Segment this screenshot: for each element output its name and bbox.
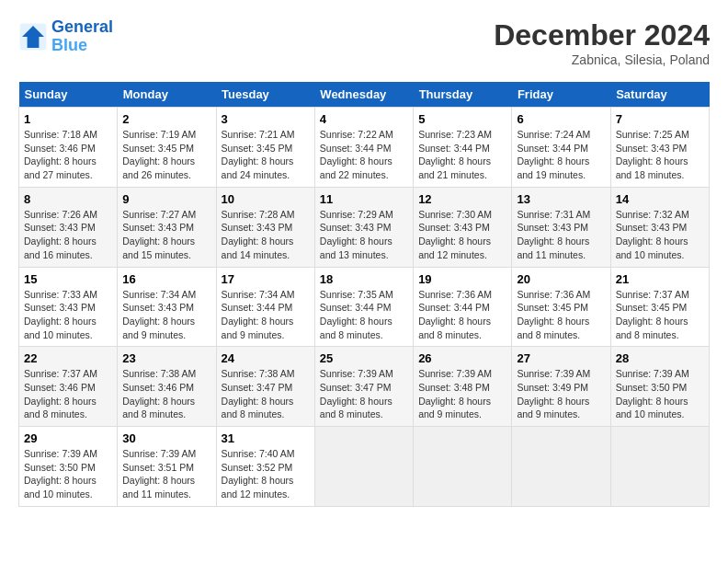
calendar-cell: 29 Sunrise: 7:39 AMSunset: 3:50 PMDaylig… <box>19 427 118 507</box>
calendar-cell: 31 Sunrise: 7:40 AMSunset: 3:52 PMDaylig… <box>216 427 314 507</box>
day-info: Sunrise: 7:18 AMSunset: 3:46 PMDaylight:… <box>24 128 112 182</box>
day-number: 20 <box>517 272 605 286</box>
calendar-cell: 23 Sunrise: 7:38 AMSunset: 3:46 PMDaylig… <box>118 347 216 427</box>
calendar-cell: 17 Sunrise: 7:34 AMSunset: 3:44 PMDaylig… <box>216 267 314 347</box>
day-number: 22 <box>24 351 112 365</box>
calendar-cell: 10 Sunrise: 7:28 AMSunset: 3:43 PMDaylig… <box>216 187 314 267</box>
day-number: 12 <box>418 192 506 206</box>
day-info: Sunrise: 7:36 AMSunset: 3:44 PMDaylight:… <box>418 288 506 342</box>
calendar-table: Sunday Monday Tuesday Wednesday Thursday… <box>18 82 710 507</box>
calendar-cell: 18 Sunrise: 7:35 AMSunset: 3:44 PMDaylig… <box>314 267 413 347</box>
day-number: 8 <box>24 192 112 206</box>
day-number: 13 <box>517 192 605 206</box>
calendar-cell: 9 Sunrise: 7:27 AMSunset: 3:43 PMDayligh… <box>118 187 216 267</box>
calendar-cell: 13 Sunrise: 7:31 AMSunset: 3:43 PMDaylig… <box>512 187 610 267</box>
col-saturday: Saturday <box>610 82 709 108</box>
day-number: 11 <box>320 192 408 206</box>
day-info: Sunrise: 7:33 AMSunset: 3:43 PMDaylight:… <box>24 288 112 342</box>
calendar-cell: 15 Sunrise: 7:33 AMSunset: 3:43 PMDaylig… <box>19 267 118 347</box>
day-info: Sunrise: 7:31 AMSunset: 3:43 PMDaylight:… <box>517 208 605 262</box>
day-info: Sunrise: 7:34 AMSunset: 3:43 PMDaylight:… <box>122 288 210 342</box>
day-number: 28 <box>616 351 704 365</box>
day-number: 10 <box>222 192 310 206</box>
day-number: 26 <box>418 351 506 365</box>
day-number: 16 <box>122 272 210 286</box>
calendar-cell: 11 Sunrise: 7:29 AMSunset: 3:43 PMDaylig… <box>314 187 413 267</box>
calendar-cell: 14 Sunrise: 7:32 AMSunset: 3:43 PMDaylig… <box>610 187 709 267</box>
calendar-cell: 5 Sunrise: 7:23 AMSunset: 3:44 PMDayligh… <box>414 108 512 188</box>
day-number: 23 <box>122 351 210 365</box>
day-number: 17 <box>222 272 310 286</box>
calendar-title: December 2024 <box>494 18 710 52</box>
calendar-cell: 22 Sunrise: 7:37 AMSunset: 3:46 PMDaylig… <box>19 347 118 427</box>
calendar-cell: 1 Sunrise: 7:18 AMSunset: 3:46 PMDayligh… <box>19 108 118 188</box>
day-info: Sunrise: 7:36 AMSunset: 3:45 PMDaylight:… <box>517 288 605 342</box>
day-info: Sunrise: 7:19 AMSunset: 3:45 PMDaylight:… <box>122 128 210 182</box>
calendar-cell: 20 Sunrise: 7:36 AMSunset: 3:45 PMDaylig… <box>512 267 610 347</box>
day-number: 29 <box>24 431 112 445</box>
calendar-cell: 2 Sunrise: 7:19 AMSunset: 3:45 PMDayligh… <box>118 108 216 188</box>
day-number: 24 <box>222 351 310 365</box>
day-info: Sunrise: 7:26 AMSunset: 3:43 PMDaylight:… <box>24 208 112 262</box>
day-info: Sunrise: 7:39 AMSunset: 3:50 PMDaylight:… <box>24 447 112 501</box>
col-monday: Monday <box>118 82 216 108</box>
calendar-cell: 3 Sunrise: 7:21 AMSunset: 3:45 PMDayligh… <box>216 108 314 188</box>
col-thursday: Thursday <box>414 82 512 108</box>
calendar-body: 1 Sunrise: 7:18 AMSunset: 3:46 PMDayligh… <box>19 108 710 507</box>
day-info: Sunrise: 7:27 AMSunset: 3:43 PMDaylight:… <box>122 208 210 262</box>
col-sunday: Sunday <box>19 82 118 108</box>
calendar-week-row: 15 Sunrise: 7:33 AMSunset: 3:43 PMDaylig… <box>19 267 710 347</box>
day-info: Sunrise: 7:38 AMSunset: 3:46 PMDaylight:… <box>122 367 210 421</box>
calendar-cell: 26 Sunrise: 7:39 AMSunset: 3:48 PMDaylig… <box>414 347 512 427</box>
calendar-cell <box>314 427 413 507</box>
col-friday: Friday <box>512 82 610 108</box>
day-info: Sunrise: 7:38 AMSunset: 3:47 PMDaylight:… <box>222 367 310 421</box>
day-info: Sunrise: 7:29 AMSunset: 3:43 PMDaylight:… <box>320 208 408 262</box>
calendar-cell: 16 Sunrise: 7:34 AMSunset: 3:43 PMDaylig… <box>118 267 216 347</box>
calendar-cell: 4 Sunrise: 7:22 AMSunset: 3:44 PMDayligh… <box>314 108 413 188</box>
calendar-week-row: 8 Sunrise: 7:26 AMSunset: 3:43 PMDayligh… <box>19 187 710 267</box>
day-number: 18 <box>320 272 408 286</box>
day-number: 14 <box>616 192 704 206</box>
day-number: 3 <box>222 112 310 126</box>
day-number: 7 <box>616 112 704 126</box>
calendar-cell: 25 Sunrise: 7:39 AMSunset: 3:47 PMDaylig… <box>314 347 413 427</box>
day-number: 9 <box>122 192 210 206</box>
day-info: Sunrise: 7:23 AMSunset: 3:44 PMDaylight:… <box>418 128 506 182</box>
day-info: Sunrise: 7:25 AMSunset: 3:43 PMDaylight:… <box>616 128 704 182</box>
col-tuesday: Tuesday <box>216 82 314 108</box>
calendar-cell: 19 Sunrise: 7:36 AMSunset: 3:44 PMDaylig… <box>414 267 512 347</box>
title-block: December 2024 Zabnica, Silesia, Poland <box>494 18 710 67</box>
day-number: 5 <box>418 112 506 126</box>
day-number: 15 <box>24 272 112 286</box>
logo-icon <box>18 22 48 52</box>
calendar-week-row: 29 Sunrise: 7:39 AMSunset: 3:50 PMDaylig… <box>19 427 710 507</box>
day-number: 21 <box>616 272 704 286</box>
day-number: 4 <box>320 112 408 126</box>
day-info: Sunrise: 7:39 AMSunset: 3:48 PMDaylight:… <box>418 367 506 421</box>
calendar-cell <box>414 427 512 507</box>
day-info: Sunrise: 7:32 AMSunset: 3:43 PMDaylight:… <box>616 208 704 262</box>
calendar-subtitle: Zabnica, Silesia, Poland <box>494 52 710 67</box>
day-number: 27 <box>517 351 605 365</box>
calendar-cell: 6 Sunrise: 7:24 AMSunset: 3:44 PMDayligh… <box>512 108 610 188</box>
day-info: Sunrise: 7:39 AMSunset: 3:51 PMDaylight:… <box>122 447 210 501</box>
day-info: Sunrise: 7:21 AMSunset: 3:45 PMDaylight:… <box>222 128 310 182</box>
day-info: Sunrise: 7:39 AMSunset: 3:49 PMDaylight:… <box>517 367 605 421</box>
day-info: Sunrise: 7:30 AMSunset: 3:43 PMDaylight:… <box>418 208 506 262</box>
day-info: Sunrise: 7:34 AMSunset: 3:44 PMDaylight:… <box>222 288 310 342</box>
calendar-cell: 24 Sunrise: 7:38 AMSunset: 3:47 PMDaylig… <box>216 347 314 427</box>
day-info: Sunrise: 7:28 AMSunset: 3:43 PMDaylight:… <box>222 208 310 262</box>
day-info: Sunrise: 7:40 AMSunset: 3:52 PMDaylight:… <box>222 447 310 501</box>
day-number: 19 <box>418 272 506 286</box>
day-number: 1 <box>24 112 112 126</box>
day-number: 6 <box>517 112 605 126</box>
page-header: General Blue December 2024 Zabnica, Sile… <box>18 18 710 67</box>
calendar-cell: 12 Sunrise: 7:30 AMSunset: 3:43 PMDaylig… <box>414 187 512 267</box>
day-info: Sunrise: 7:22 AMSunset: 3:44 PMDaylight:… <box>320 128 408 182</box>
day-info: Sunrise: 7:24 AMSunset: 3:44 PMDaylight:… <box>517 128 605 182</box>
day-info: Sunrise: 7:39 AMSunset: 3:47 PMDaylight:… <box>320 367 408 421</box>
day-info: Sunrise: 7:39 AMSunset: 3:50 PMDaylight:… <box>616 367 704 421</box>
col-wednesday: Wednesday <box>314 82 413 108</box>
calendar-cell: 28 Sunrise: 7:39 AMSunset: 3:50 PMDaylig… <box>610 347 709 427</box>
